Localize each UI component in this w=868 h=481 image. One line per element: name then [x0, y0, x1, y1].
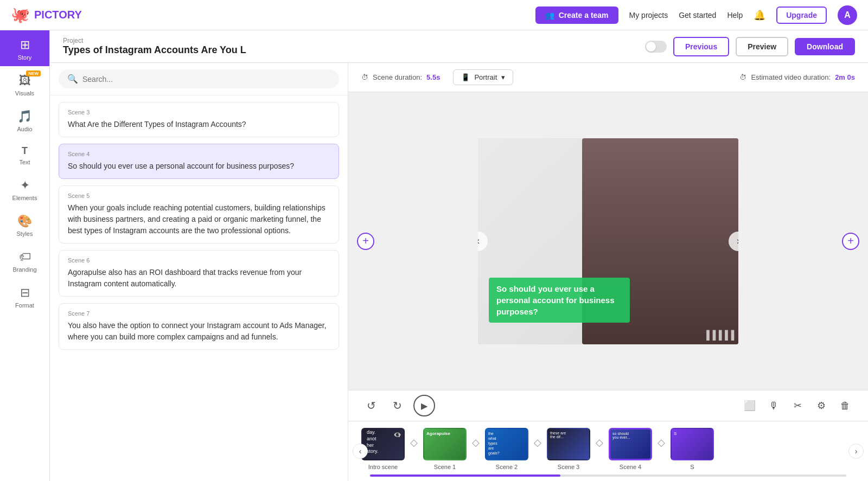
- my-projects-link[interactable]: My projects: [629, 11, 668, 20]
- caption-text: So should you ever use a personal accoun…: [496, 283, 622, 317]
- thumb-label-s3: Scene 3: [558, 464, 579, 470]
- settings-button[interactable]: ⚙: [812, 396, 831, 415]
- thumb-label-s5: S: [690, 464, 694, 470]
- scene-duration-value: 5.5s: [426, 73, 440, 81]
- top-nav: 🐙 PICTORY 👥 Create a team My projects Ge…: [0, 0, 868, 30]
- scene-label-5: Scene 5: [68, 193, 330, 199]
- orientation-selector[interactable]: 📱 Portrait ▾: [453, 69, 513, 85]
- logo-text: PICTORY: [34, 9, 82, 21]
- layer-icon-s1: ◇: [471, 437, 481, 448]
- logo-icon: 🐙: [11, 6, 30, 24]
- timeline-next-button[interactable]: ›: [848, 444, 864, 459]
- thumb-img-s2: thewhattypesaregoals?: [485, 428, 528, 460]
- redo-button[interactable]: ↻: [387, 396, 407, 415]
- sidebar-format-label: Format: [15, 302, 34, 309]
- timeline-thumb-s5[interactable]: S S: [666, 426, 718, 472]
- create-team-icon: 👥: [545, 11, 554, 20]
- thumb-label-intro: Intro scene: [368, 464, 398, 470]
- scenes-list: Scene 3 What Are the Different Types of …: [50, 95, 348, 481]
- sidebar-item-audio[interactable]: 🎵 Audio: [0, 102, 49, 138]
- play-controls: ↺ ↻ ▶: [361, 395, 435, 416]
- scene-duration-label: Scene duration:: [373, 73, 422, 81]
- estimated-duration-info: ⏱ Estimated video duration: 2m 0s: [739, 73, 855, 81]
- mic-button[interactable]: 🎙: [764, 396, 783, 415]
- play-button[interactable]: ▶: [413, 395, 435, 416]
- video-caption: So should you ever use a personal accoun…: [489, 278, 630, 323]
- undo-button[interactable]: ↺: [361, 396, 381, 415]
- layer-icon-s4: ◇: [656, 437, 666, 448]
- sidebar-item-branding[interactable]: 🏷 Branding: [0, 242, 49, 278]
- project-label: Project: [63, 37, 645, 44]
- search-input[interactable]: [82, 75, 330, 84]
- thumb-label-s1: Scene 1: [434, 464, 456, 470]
- scene-card-scene7[interactable]: Scene 7 You also have the option to conn…: [59, 303, 339, 350]
- project-title: Types of Instagram Accounts Are You L: [63, 44, 645, 56]
- clock-icon: ⏱: [361, 73, 368, 81]
- toggle-switch[interactable]: [645, 41, 667, 53]
- sidebar-visuals-label: Visuals: [15, 90, 34, 97]
- timeline-thumb-s4[interactable]: so shouldyou ever... Scene 4: [604, 426, 656, 472]
- sidebar-item-visuals[interactable]: NEW 🖼 Visuals: [0, 66, 49, 102]
- search-input-wrap: 🔍: [59, 69, 339, 88]
- project-header: Project Types of Instagram Accounts Are …: [50, 30, 868, 63]
- delete-button[interactable]: 🗑: [835, 396, 855, 415]
- edit-controls: ⬜ 🎙 ✂ ⚙ 🗑: [740, 396, 855, 415]
- video-canvas-area: + So should you ever use a personal acco…: [348, 92, 868, 390]
- search-bar: 🔍: [50, 63, 348, 95]
- captions-button[interactable]: ⬜: [740, 396, 760, 415]
- sidebar-audio-label: Audio: [17, 126, 32, 132]
- sidebar-text-label: Text: [19, 159, 30, 165]
- thumb-img-s3: these arethe dif...: [547, 428, 590, 460]
- layer-icon-s2: ◇: [533, 437, 542, 448]
- thumb-img-s4: so shouldyou ever...: [609, 428, 652, 460]
- download-button[interactable]: Download: [795, 38, 855, 55]
- new-badge: NEW: [26, 70, 41, 76]
- upgrade-button[interactable]: Upgrade: [776, 7, 827, 24]
- preview-button[interactable]: Preview: [736, 37, 788, 56]
- video-background: So should you ever use a personal accoun…: [478, 138, 738, 344]
- scissors-button[interactable]: ✂: [788, 396, 807, 415]
- scene-card-scene6[interactable]: Scene 6 Agorapulse also has an ROI dashb…: [59, 250, 339, 297]
- timeline-thumb-s3[interactable]: these arethe dif... Scene 3: [542, 426, 595, 472]
- logo[interactable]: 🐙 PICTORY: [11, 6, 82, 24]
- notification-bell-icon[interactable]: 🔔: [754, 9, 765, 21]
- scene-card-scene4[interactable]: Scene 4 So should you ever use a persona…: [59, 144, 339, 179]
- scene-label-7: Scene 7: [68, 310, 330, 317]
- timeline-scrollbar[interactable]: [370, 474, 846, 477]
- scene-text-7: You also have the option to connect your…: [68, 320, 330, 343]
- get-started-link[interactable]: Get started: [679, 11, 716, 20]
- scene-text-4: So should you ever use a personal accoun…: [68, 161, 330, 172]
- layer-icon-intro: ◇: [409, 437, 419, 448]
- timeline-thumb-s2[interactable]: thewhattypesaregoals? Scene 2: [481, 426, 533, 472]
- text-icon: T: [22, 145, 28, 157]
- playback-controls: ↺ ↻ ▶ ⬜ 🎙 ✂ ⚙ 🗑: [348, 390, 868, 421]
- sidebar-item-elements[interactable]: ✦ Elements: [0, 171, 49, 207]
- scene-text-6: Agorapulse also has an ROI dashboard tha…: [68, 267, 330, 290]
- eye-off-icon: 👁‍🗨: [393, 431, 401, 439]
- previous-button[interactable]: Previous: [673, 37, 729, 56]
- sidebar-item-story[interactable]: ⊞ Story: [0, 30, 49, 66]
- styles-icon: 🎨: [17, 214, 32, 228]
- sidebar-item-text[interactable]: T Text: [0, 138, 49, 171]
- content-area: 🔍 Scene 3 What Are the Different Types o…: [50, 63, 868, 481]
- sidebar-item-format[interactable]: ⊟ Format: [0, 278, 49, 314]
- sidebar-item-styles[interactable]: 🎨 Styles: [0, 207, 49, 242]
- avatar[interactable]: A: [838, 5, 857, 25]
- scene-card-scene3[interactable]: Scene 3 What Are the Different Types of …: [59, 102, 339, 137]
- scene-label-6: Scene 6: [68, 257, 330, 264]
- add-scene-right-button[interactable]: +: [842, 233, 859, 250]
- timeline-prev-button[interactable]: ‹: [353, 444, 368, 459]
- main-layout: ⊞ Story NEW 🖼 Visuals 🎵 Audio T Text ✦ E…: [0, 30, 868, 481]
- add-scene-left-button[interactable]: +: [357, 233, 374, 250]
- audio-wave-icon: ▐▐▐▐▐: [703, 330, 734, 340]
- timeline-thumb-s1[interactable]: Agorapulse Scene 1: [419, 426, 471, 472]
- portrait-icon: 📱: [461, 73, 470, 81]
- sidebar-icons: ⊞ Story NEW 🖼 Visuals 🎵 Audio T Text ✦ E…: [0, 30, 50, 481]
- scene-duration-info: ⏱ Scene duration: 5.5s: [361, 73, 440, 81]
- scene-card-scene5[interactable]: Scene 5 When your goals include reaching…: [59, 185, 339, 243]
- chevron-down-icon: ▾: [501, 73, 505, 81]
- thumb-label-s4: Scene 4: [620, 464, 641, 470]
- create-team-button[interactable]: 👥 Create a team: [535, 7, 618, 24]
- help-link[interactable]: Help: [727, 11, 743, 20]
- estimated-value: 2m 0s: [835, 73, 855, 81]
